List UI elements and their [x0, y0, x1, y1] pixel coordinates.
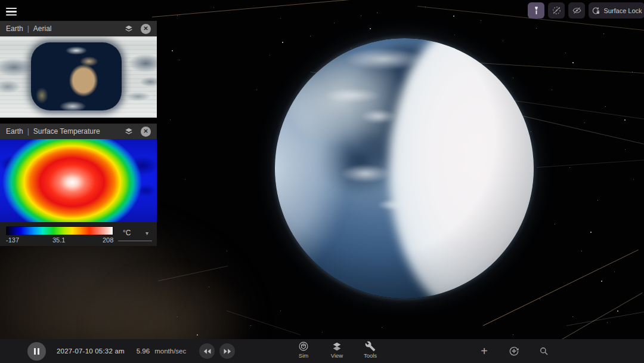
sim-menu-button[interactable]: Sim: [291, 341, 316, 359]
view-menu-button[interactable]: View: [324, 341, 349, 359]
panel-header: Earth | Surface Temperature ✕: [0, 124, 157, 139]
layer-options-button[interactable]: [123, 23, 135, 35]
plus-icon: +: [481, 345, 488, 357]
search-icon: [538, 346, 549, 356]
pause-button[interactable]: [27, 342, 46, 361]
flashlight-icon: [532, 6, 541, 15]
layer-options-button[interactable]: [123, 125, 135, 137]
sim-menu-label: Sim: [299, 352, 308, 359]
earth-aerial-panel: Earth | Aerial ✕: [0, 21, 157, 118]
camera-focus-button[interactable]: [506, 343, 522, 359]
time-control-bar: 2027-07-10 05:32 am 5.96 month/sec Sim: [0, 339, 644, 363]
add-object-button[interactable]: +: [476, 343, 492, 359]
pause-icon: [34, 348, 36, 355]
sim-cube-icon: [298, 341, 309, 352]
orbit-line: [513, 113, 644, 145]
scale-min-label: -137: [6, 236, 19, 244]
starfield: [0, 0, 1, 1]
surface-lock-label: Surface Lock: [603, 7, 642, 14]
panel-view-name: Surface Temperature: [33, 127, 100, 136]
time-rate-value: 5.96: [137, 347, 150, 355]
orbit-camera-icon: [508, 345, 520, 357]
visibility-toggle-button[interactable]: [568, 2, 585, 19]
scale-max-label: 208: [103, 236, 113, 244]
tools-menu-label: Tools: [364, 352, 377, 359]
rewind-icon: [203, 348, 211, 355]
flashlight-toggle-button[interactable]: [528, 2, 544, 19]
panel-object-name: Earth: [6, 24, 23, 33]
orbit-lines-toggle-button[interactable]: [548, 2, 565, 19]
tools-wrench-icon: [365, 341, 376, 352]
eye-off-icon: [572, 5, 582, 16]
panel-title-divider: |: [27, 127, 29, 136]
orbit-line: [152, 0, 449, 17]
view-menu-label: View: [331, 352, 343, 359]
earth-temperature-panel: Earth | Surface Temperature ✕ -137 35.1 …: [0, 124, 157, 246]
panel-object-name: Earth: [6, 127, 23, 136]
layers-icon: [124, 127, 134, 136]
orbit-line: [537, 159, 644, 168]
orbit-line: [555, 293, 643, 344]
temperature-unit-value: °C: [123, 229, 145, 237]
temperature-scale-gradient: [6, 226, 113, 235]
increase-time-rate-button[interactable]: [219, 343, 235, 359]
close-icon: ✕: [143, 128, 148, 134]
decrease-time-rate-button[interactable]: [199, 343, 215, 359]
time-rate-unit: month/sec: [154, 347, 186, 355]
aerial-map-preview: [0, 36, 157, 118]
panel-view-name: Aerial: [33, 24, 52, 33]
hamburger-icon: [6, 8, 17, 10]
earth-planet[interactable]: [275, 38, 534, 299]
tools-menu-button[interactable]: Tools: [358, 341, 383, 359]
close-panel-button[interactable]: ✕: [141, 24, 151, 34]
search-button[interactable]: [536, 343, 552, 359]
simulation-datetime: 2027-07-10 05:32 am: [57, 347, 125, 355]
close-icon: ✕: [143, 26, 148, 32]
orbit-slash-icon: [552, 5, 562, 16]
temperature-scale-footer: -137 35.1 208 °C ▾: [0, 222, 157, 246]
surface-lock-button[interactable]: Surface Lock: [589, 2, 644, 19]
temperature-unit-dropdown[interactable]: °C ▾: [118, 225, 152, 241]
main-menu-button[interactable]: [5, 5, 21, 20]
fast-forward-icon: [224, 348, 231, 355]
surface-lock-icon: [591, 6, 600, 16]
caret-down-icon: ▾: [145, 230, 148, 236]
earth-limb-shading: [275, 38, 534, 299]
close-panel-button[interactable]: ✕: [141, 127, 151, 137]
layers-icon: [124, 24, 134, 33]
panel-header: Earth | Aerial ✕: [0, 21, 157, 36]
temperature-map-preview: [0, 139, 157, 222]
panel-title-divider: |: [27, 24, 29, 33]
orbit-line: [483, 250, 639, 326]
scale-mid-label: 35.1: [52, 236, 65, 244]
aerial-map-unfrozen-region: [31, 42, 122, 110]
view-layers-icon: [332, 341, 342, 352]
